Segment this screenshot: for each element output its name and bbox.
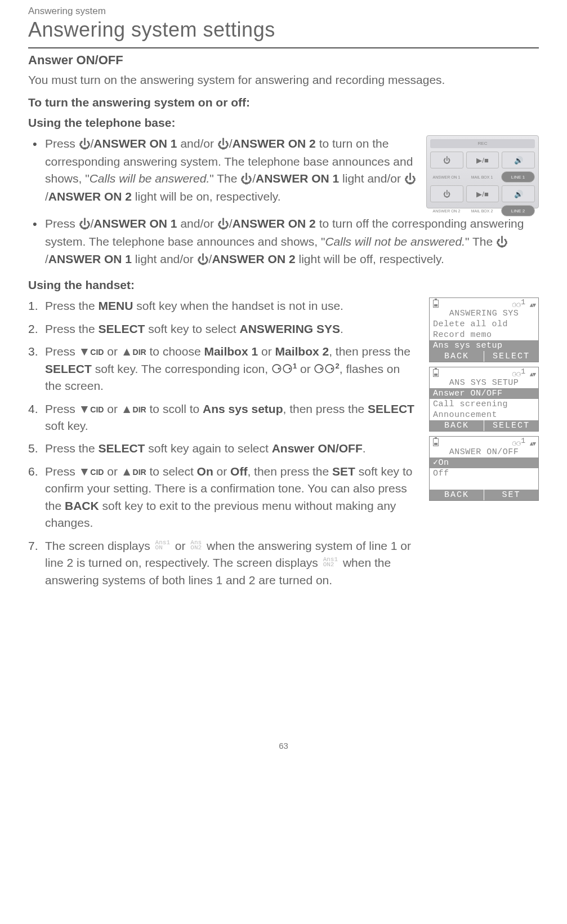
- power-button-1: ⏻: [430, 152, 463, 168]
- lcd-answer-onoff: ⚆⚆1 ▲▼ ANSWER ON/OFF ✓On Off BACK SET: [429, 436, 539, 501]
- base-bullet-list-2: Press ⏻/ANSWER ON 1 and/or ⏻/ANSWER ON 2…: [28, 215, 539, 268]
- play-button-1: ▶/■: [466, 152, 499, 168]
- up-icon: ▲: [121, 402, 133, 415]
- up-icon: ▲: [121, 465, 133, 478]
- up-icon: ▲: [121, 345, 133, 358]
- step-6: Press ▼CID or ▲DIR to select On or Off, …: [28, 463, 419, 532]
- lcd-item: Off: [430, 468, 538, 479]
- softkey-back: BACK: [430, 351, 484, 362]
- intro-text: You must turn on the answering system fo…: [28, 72, 539, 88]
- step-5: Press the SELECT soft key again to selec…: [28, 440, 419, 457]
- ans-on2-icon: AnsON2: [189, 540, 203, 550]
- softkey-select: SELECT: [484, 420, 538, 431]
- lcd-item: Record memo: [430, 330, 538, 340]
- handset-steps: Press the MENU soft key when the handset…: [28, 297, 419, 589]
- bullet-turn-off: Press ⏻/ANSWER ON 1 and/or ⏻/ANSWER ON 2…: [28, 215, 539, 268]
- lcd-item: Announcement: [430, 410, 538, 420]
- lcd-title: ANSWERING SYS: [430, 308, 538, 319]
- power-button-2: ⏻: [430, 185, 463, 202]
- power-icon: ⏻: [404, 171, 416, 188]
- page-number: 63: [28, 741, 539, 750]
- vol-button-1: 🔊: [502, 152, 535, 168]
- battery-icon: [433, 300, 439, 308]
- page-title: Answering system settings: [28, 18, 539, 42]
- subheading-handset: Using the handset:: [28, 278, 539, 292]
- subheading-base: Using the telephone base:: [28, 116, 539, 130]
- step-1: Press the MENU soft key when the handset…: [28, 297, 419, 314]
- line1-pill: LINE 1: [501, 171, 535, 183]
- battery-icon: [433, 369, 439, 377]
- lcd-title: ANS SYS SETUP: [430, 377, 538, 388]
- updown-icon: ▲▼: [530, 441, 535, 448]
- softkey-back: BACK: [430, 490, 484, 500]
- power-icon: ⏻: [79, 216, 91, 233]
- lcd-item: [430, 479, 538, 490]
- step-3: Press ▼CID or ▲DIR to choose Mailbox 1 o…: [28, 343, 419, 394]
- lcd-title: ANSWER ON/OFF: [430, 447, 538, 457]
- play-button-2: ▶/■: [466, 185, 499, 202]
- softkey-set: SET: [484, 490, 538, 500]
- power-icon: ⏻: [197, 251, 209, 268]
- power-icon: ⏻: [79, 136, 91, 153]
- step-7: The screen displays Ans1ON or AnsON2 whe…: [28, 537, 419, 589]
- subheading-onoff: To turn the answering system on or off:: [28, 96, 539, 109]
- updown-icon: ▲▼: [530, 303, 535, 309]
- power-icon: ⏻: [496, 234, 508, 251]
- base-bullet-list: Press ⏻/ANSWER ON 1 and/or ⏻/ANSWER ON 2…: [28, 135, 416, 205]
- power-icon: ⏻: [217, 136, 229, 153]
- ans1-on2-icon: Ans1ON2: [322, 557, 340, 567]
- softkey-select: SELECT: [484, 351, 538, 362]
- softkey-back: BACK: [430, 420, 484, 431]
- lcd-item: Call screening: [430, 399, 538, 410]
- down-icon: ▼: [79, 345, 91, 358]
- updown-icon: ▲▼: [530, 372, 535, 379]
- power-icon: ⏻: [240, 171, 252, 188]
- divider: [28, 47, 539, 48]
- step-2: Press the SELECT soft key to select ANSW…: [28, 321, 419, 337]
- lcd-item-selected: ✓On: [430, 457, 538, 468]
- lcd-item-selected: Answer ON/OFF: [430, 388, 538, 399]
- tape-icon: ⚆⚆: [314, 362, 335, 375]
- section-heading: Answer ON/OFF: [28, 53, 539, 68]
- vol-button-2: 🔊: [502, 185, 535, 202]
- rec-label: REC: [430, 139, 535, 148]
- down-icon: ▼: [79, 402, 91, 415]
- step-4: Press ▼CID or ▲DIR to scoll to Ans sys s…: [28, 401, 419, 435]
- battery-icon: [433, 438, 439, 446]
- down-icon: ▼: [79, 465, 91, 478]
- power-icon: ⏻: [217, 216, 229, 233]
- bullet-turn-on: Press ⏻/ANSWER ON 1 and/or ⏻/ANSWER ON 2…: [28, 135, 416, 205]
- ans1-on-icon: Ans1ON: [154, 540, 172, 550]
- lcd-item: Delete all old: [430, 319, 538, 330]
- breadcrumb: Answering system: [28, 6, 539, 17]
- base-panel-illustration: REC ⏻ ▶/■ 🔊 ANSWER ON 1 MAIL BOX 1 LINE …: [426, 135, 539, 208]
- lcd-screenshots: ⚆⚆1 ▲▼ ANSWERING SYS Delete all old Reco…: [429, 297, 539, 501]
- lcd-ans-sys-setup: ⚆⚆1 ▲▼ ANS SYS SETUP Answer ON/OFF Call …: [429, 367, 539, 432]
- lcd-item-selected: Ans sys setup: [430, 340, 538, 351]
- tape-icon: ⚆⚆: [271, 362, 293, 375]
- lcd-answering-sys: ⚆⚆1 ▲▼ ANSWERING SYS Delete all old Reco…: [429, 297, 539, 362]
